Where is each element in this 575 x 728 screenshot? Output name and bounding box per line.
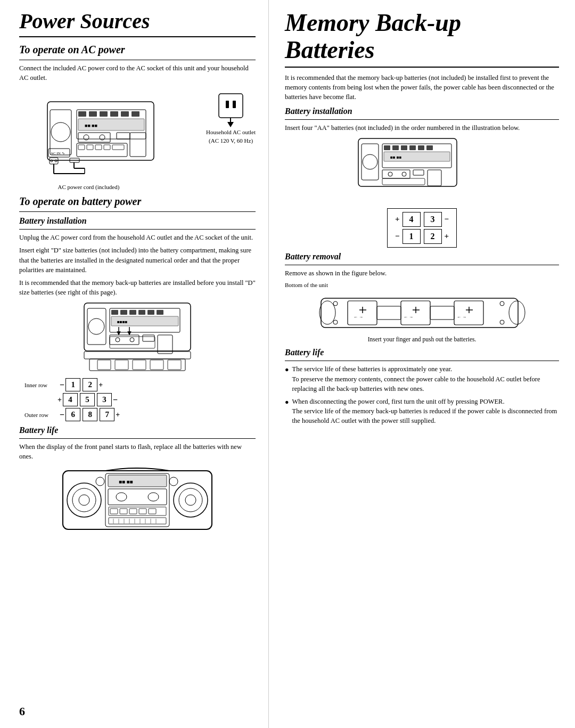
svg-text:← →: ← → [354,315,363,320]
bottom-view-svg: ← → ← → ← → [316,293,529,333]
battery-install-divider-right [285,119,559,120]
svg-rect-4 [78,111,86,117]
svg-rect-46 [138,310,145,315]
battery-install-para1: Unplug the AC power cord from the househ… [19,233,256,242]
svg-text:← →: ← → [404,315,413,320]
bullet-item-2: ● When disconnecting the power cord, fir… [285,397,559,426]
svg-text:■■ ■■: ■■ ■■ [390,155,401,160]
svg-rect-75 [108,475,167,487]
battery-install-para3: It is recommended that the memory back-u… [19,278,256,297]
svg-point-111 [388,172,392,176]
svg-rect-1 [50,110,71,155]
svg-rect-60 [84,351,191,359]
battery-2: 2 [83,378,97,391]
ac-power-diagram: ■■ ■■ [19,86,256,190]
svg-rect-48 [157,310,163,315]
svg-rect-39 [84,303,191,351]
svg-rect-110 [382,170,410,178]
battery-removal-title: Battery removal [285,252,559,261]
svg-rect-114 [428,170,441,186]
svg-point-69 [72,488,96,512]
svg-point-96 [96,477,104,486]
svg-point-79 [148,493,159,501]
svg-text:■■ ■■: ■■ ■■ [85,123,97,128]
svg-point-100 [363,154,377,169]
svg-rect-77 [108,489,167,505]
svg-rect-47 [147,310,154,315]
battery-removal-caption: Insert your finger and push out the batt… [285,335,559,344]
svg-rect-103 [392,145,399,150]
aa-cell-2: 2 [424,229,442,244]
ac-device-svg: ■■ ■■ [42,86,180,182]
svg-point-118 [509,301,525,324]
svg-text:■■ ■■: ■■ ■■ [119,479,133,485]
aa-cell-3: 3 [424,212,442,227]
svg-point-130 [333,301,338,306]
svg-point-132 [500,301,504,306]
bullet-item-1: ● The service life of these batteries is… [285,364,559,393]
svg-point-131 [333,320,338,324]
svg-rect-62 [97,360,111,370]
section2-divider [19,211,256,212]
svg-rect-34 [219,94,243,118]
page-title: Power Sources [19,10,256,33]
svg-rect-83 [129,509,137,514]
svg-rect-44 [120,310,127,315]
battery-removal-body: Remove as shown in the figure below. [285,268,559,278]
svg-point-53 [130,338,134,342]
mid-plus: + [58,396,62,404]
svg-rect-65 [150,360,163,370]
section-ac-title: To operate on AC power [19,43,256,56]
svg-rect-21 [104,145,110,150]
outer-row-label: Outer row [24,412,58,418]
battery-3: 3 [97,393,112,406]
svg-rect-98 [358,138,457,186]
svg-rect-102 [384,145,390,150]
title-divider [19,36,256,37]
svg-rect-129 [430,306,454,320]
svg-rect-36 [233,101,236,108]
battery-install-para2: Insert eight "D" size batteries (not inc… [19,246,256,274]
outer-minus: − [60,410,64,420]
svg-point-2 [51,122,70,142]
svg-text:AC IN ∿: AC IN ∿ [51,151,65,156]
svg-rect-106 [418,145,424,150]
aa-battery-device-svg: ■■ ■■ [356,136,489,205]
battery-life-title-left: Battery life [19,426,256,435]
section-battery-title: To operate on battery power [19,194,256,208]
aa-minus-1: − [395,232,400,241]
svg-rect-81 [110,509,118,514]
svg-rect-18 [78,145,85,150]
svg-rect-6 [100,111,108,117]
svg-rect-8 [121,111,129,117]
svg-rect-35 [226,101,229,108]
right-title-divider [285,67,559,68]
ac-cord-label: AC power cord (included) [58,184,120,190]
svg-rect-22 [112,145,124,150]
svg-rect-84 [139,509,146,514]
aa-battery-grid: + 4 3 − − 1 2 + [387,208,457,248]
svg-rect-20 [95,145,102,150]
right-column: Memory Back-up Batteries It is recommend… [269,0,575,728]
battery-8: 8 [83,408,97,421]
svg-rect-54 [143,335,154,341]
aa-cell-4: 4 [402,212,421,227]
svg-rect-15 [117,133,130,139]
battery-install-title-left: Battery installation [19,216,256,226]
battery-removal-divider [285,265,559,265]
svg-point-78 [116,493,127,501]
section1-divider [19,60,256,60]
mid-minus: − [113,395,118,405]
svg-text:■■■■: ■■■■ [117,320,127,324]
outlet-svg [216,91,245,128]
inner-row-label: Inner row [24,382,58,388]
svg-rect-128 [377,306,401,320]
battery-4: 4 [63,393,78,406]
front-panel-svg: ■■ ■■ [58,465,217,535]
outer-plus: + [116,411,120,419]
svg-rect-61 [89,359,185,371]
svg-rect-115 [382,178,425,185]
battery-life-body-left: When the display of the front panel star… [19,442,256,461]
inner-minus: − [60,380,64,390]
svg-rect-116 [321,298,518,328]
